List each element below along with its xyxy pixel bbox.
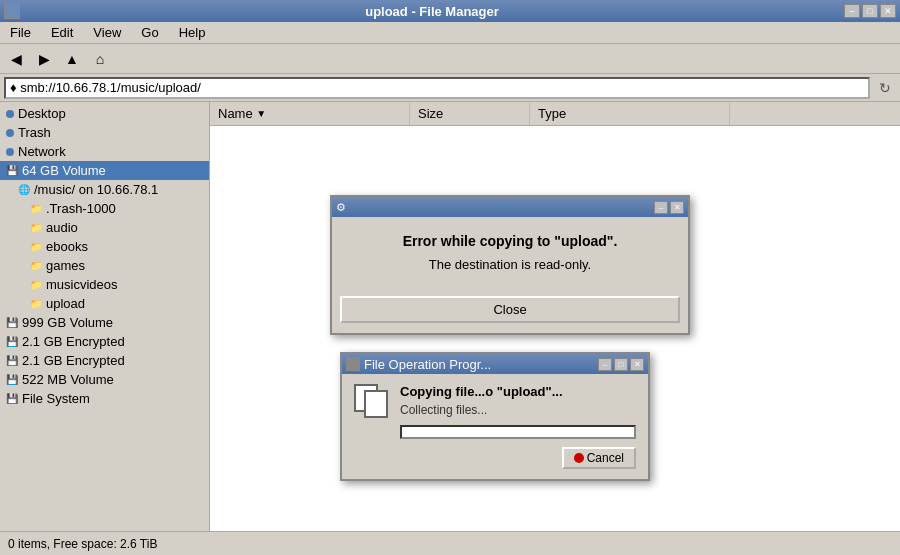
- sidebar-label-10: upload: [46, 296, 85, 311]
- sidebar-item-5[interactable]: 📁.Trash-1000: [0, 199, 209, 218]
- sidebar-item-icon-4: 🌐: [18, 184, 30, 195]
- progress-dialog-close[interactable]: ✕: [630, 358, 644, 371]
- reload-button[interactable]: ↻: [874, 77, 896, 99]
- sidebar-item-12[interactable]: 💾2.1 GB Encrypted: [0, 332, 209, 351]
- progress-main-text: Copying file...o "upload"...: [400, 384, 636, 399]
- copy-icon: [354, 384, 390, 420]
- error-title: Error while copying to "upload".: [352, 233, 668, 249]
- sidebar-item-icon-3: 💾: [6, 165, 18, 176]
- column-headers: Name ▼ Size Type: [210, 102, 900, 126]
- error-subtitle: The destination is read-only.: [352, 257, 668, 272]
- sidebar-item-3[interactable]: 💾64 GB Volume: [0, 161, 209, 180]
- cancel-label: Cancel: [587, 451, 624, 465]
- sidebar-item-icon-13: 💾: [6, 355, 18, 366]
- sidebar-label-14: 522 MB Volume: [22, 372, 114, 387]
- sidebar-label-2: Network: [18, 144, 66, 159]
- reload-icon: ↻: [879, 80, 891, 96]
- menu-help[interactable]: Help: [173, 24, 212, 41]
- maximize-button[interactable]: □: [862, 4, 878, 18]
- sidebar-label-7: ebooks: [46, 239, 88, 254]
- toolbar: ◀ ▶ ▲ ⌂: [0, 44, 900, 74]
- sidebar-label-12: 2.1 GB Encrypted: [22, 334, 125, 349]
- sidebar-item-2[interactable]: Network: [0, 142, 209, 161]
- sidebar: DesktopTrashNetwork💾64 GB Volume🌐/music/…: [0, 102, 210, 555]
- menu-view[interactable]: View: [87, 24, 127, 41]
- progress-dialog-minimize[interactable]: –: [598, 358, 612, 371]
- title-bar: upload - File Manager – □ ✕: [0, 0, 900, 22]
- col-size[interactable]: Size: [410, 102, 530, 125]
- sidebar-item-6[interactable]: 📁audio: [0, 218, 209, 237]
- status-text: 0 items, Free space: 2.6 TiB: [8, 537, 157, 551]
- window-title: upload - File Manager: [20, 4, 844, 19]
- menu-go[interactable]: Go: [135, 24, 164, 41]
- forward-button[interactable]: ▶: [32, 47, 56, 71]
- up-button[interactable]: ▲: [60, 47, 84, 71]
- menu-bar: File Edit View Go Help: [0, 22, 900, 44]
- sidebar-item-4[interactable]: 🌐/music/ on 10.66.78.1: [0, 180, 209, 199]
- sidebar-dot-2: [6, 148, 14, 156]
- sidebar-item-7[interactable]: 📁ebooks: [0, 237, 209, 256]
- menu-edit[interactable]: Edit: [45, 24, 79, 41]
- minimize-button[interactable]: –: [844, 4, 860, 18]
- progress-dialog: File Operation Progr... – □ ✕ Copying fi…: [340, 352, 650, 481]
- menu-file[interactable]: File: [4, 24, 37, 41]
- back-button[interactable]: ◀: [4, 47, 28, 71]
- sidebar-item-13[interactable]: 💾2.1 GB Encrypted: [0, 351, 209, 370]
- sidebar-item-14[interactable]: 💾522 MB Volume: [0, 370, 209, 389]
- col-type[interactable]: Type: [530, 102, 730, 125]
- progress-sub-text: Collecting files...: [400, 403, 636, 417]
- sidebar-label-8: games: [46, 258, 85, 273]
- error-dialog-content: Error while copying to "upload". The des…: [332, 217, 688, 296]
- home-button[interactable]: ⌂: [88, 47, 112, 71]
- sidebar-dot-0: [6, 110, 14, 118]
- sidebar-item-icon-14: 💾: [6, 374, 18, 385]
- sidebar-item-icon-6: 📁: [30, 222, 42, 233]
- sidebar-label-11: 999 GB Volume: [22, 315, 113, 330]
- sidebar-item-10[interactable]: 📁upload: [0, 294, 209, 313]
- address-bar: ↻: [0, 74, 900, 102]
- sidebar-item-icon-9: 📁: [30, 279, 42, 290]
- sidebar-label-6: audio: [46, 220, 78, 235]
- error-dialog-controls: – ✕: [654, 201, 684, 214]
- progress-dialog-titlebar[interactable]: File Operation Progr... – □ ✕: [342, 354, 648, 374]
- progress-dialog-icon: [346, 357, 360, 371]
- progress-body: Copying file...o "upload"... Collecting …: [342, 374, 648, 479]
- error-dialog-titlebar[interactable]: ⚙ – ✕: [332, 197, 688, 217]
- status-bar: 0 items, Free space: 2.6 TiB: [0, 531, 900, 555]
- sidebar-item-8[interactable]: 📁games: [0, 256, 209, 275]
- progress-dialog-maximize[interactable]: □: [614, 358, 628, 371]
- progress-text-area: Copying file...o "upload"... Collecting …: [400, 384, 636, 469]
- sidebar-label-9: musicvideos: [46, 277, 118, 292]
- sidebar-item-0[interactable]: Desktop: [0, 104, 209, 123]
- sidebar-label-0: Desktop: [18, 106, 66, 121]
- back-icon: ◀: [11, 51, 22, 67]
- sidebar-item-icon-12: 💾: [6, 336, 18, 347]
- forward-icon: ▶: [39, 51, 50, 67]
- window-controls: – □ ✕: [844, 4, 896, 18]
- cancel-button[interactable]: Cancel: [562, 447, 636, 469]
- sidebar-item-11[interactable]: 💾999 GB Volume: [0, 313, 209, 332]
- col-name[interactable]: Name ▼: [210, 102, 410, 125]
- sidebar-item-icon-11: 💾: [6, 317, 18, 328]
- sidebar-item-1[interactable]: Trash: [0, 123, 209, 142]
- sidebar-item-icon-10: 📁: [30, 298, 42, 309]
- sidebar-item-icon-5: 📁: [30, 203, 42, 214]
- sidebar-label-13: 2.1 GB Encrypted: [22, 353, 125, 368]
- sidebar-item-icon-7: 📁: [30, 241, 42, 252]
- sidebar-item-icon-15: 💾: [6, 393, 18, 404]
- sidebar-item-9[interactable]: 📁musicvideos: [0, 275, 209, 294]
- app-icon: [4, 3, 20, 19]
- error-dialog-icon: ⚙: [336, 201, 346, 214]
- up-icon: ▲: [65, 51, 79, 67]
- error-dialog-minimize[interactable]: –: [654, 201, 668, 214]
- address-input[interactable]: [4, 77, 870, 99]
- error-close-button[interactable]: Close: [340, 296, 680, 323]
- sidebar-item-15[interactable]: 💾File System: [0, 389, 209, 408]
- error-dialog-close[interactable]: ✕: [670, 201, 684, 214]
- progress-dialog-title: File Operation Progr...: [364, 357, 491, 372]
- sidebar-item-icon-8: 📁: [30, 260, 42, 271]
- close-button[interactable]: ✕: [880, 4, 896, 18]
- sidebar-dot-1: [6, 129, 14, 137]
- sidebar-label-3: 64 GB Volume: [22, 163, 106, 178]
- sidebar-label-5: .Trash-1000: [46, 201, 116, 216]
